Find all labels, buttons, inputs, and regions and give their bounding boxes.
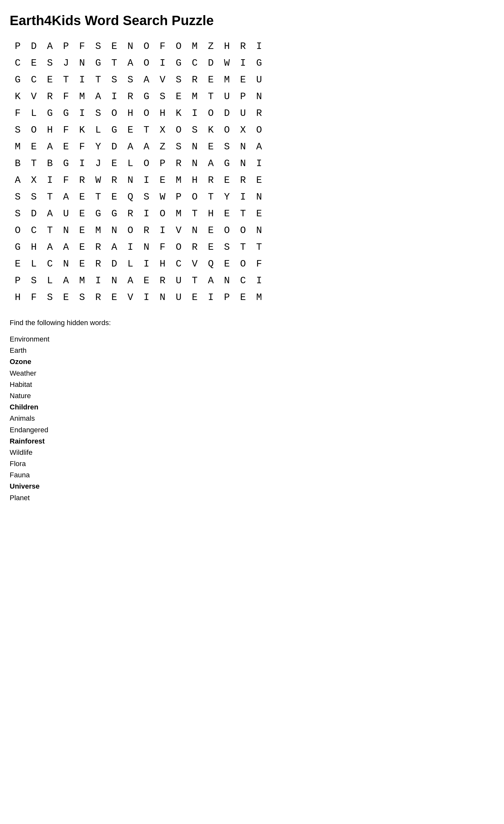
grid-cell: M [90,222,106,239]
grid-cell: R [235,38,251,55]
grid-cell: I [138,289,155,306]
grid-cell: S [42,289,58,306]
grid-cell: G [58,155,74,172]
grid-cell: N [122,172,138,189]
grid-cell: I [187,105,203,122]
grid-cell: T [203,189,219,205]
grid-cell: I [74,155,90,172]
page-title: Earth4Kids Word Search Puzzle [10,13,267,28]
grid-cell: L [90,122,106,138]
list-item: Planet [10,492,267,503]
grid-cell: D [106,138,122,155]
grid-cell: E [138,272,155,289]
grid-cell: E [203,239,219,255]
grid-cell: R [138,222,155,239]
grid-cell: R [74,172,90,189]
grid-cell: S [219,239,235,255]
grid-cell: A [122,272,138,289]
grid-cell: O [171,122,187,138]
grid-cell: W [155,189,171,205]
grid-cell: A [122,138,138,155]
grid-cell: Z [203,38,219,55]
grid-cell: G [219,155,235,172]
grid-cell: N [219,272,235,289]
grid-cell: M [187,88,203,105]
grid-cell: V [26,88,42,105]
grid-cell: S [26,189,42,205]
grid-cell: X [26,172,42,189]
grid-cell: S [42,55,58,72]
grid-cell: E [106,289,122,306]
grid-cell: J [58,55,74,72]
list-item: Fauna [10,469,267,481]
grid-cell: H [155,105,171,122]
grid-cell: F [251,255,267,272]
grid-cell: I [251,272,267,289]
grid-cell: K [74,122,90,138]
grid-cell: N [122,38,138,55]
grid-cell: O [138,155,155,172]
grid-cell: E [26,55,42,72]
grid-cell: A [138,138,155,155]
grid-cell: G [251,55,267,72]
list-item: Wildlife [10,447,267,458]
grid-cell: G [138,88,155,105]
grid-cell: H [219,38,235,55]
grid-cell: E [74,205,90,222]
grid-cell: R [90,239,106,255]
list-item: Weather [10,368,267,379]
grid-cell: I [74,72,90,88]
grid-row: SOHFKLGETXOSKOXO [10,122,267,138]
grid-cell: R [187,72,203,88]
word-grid: PDAPFSENOFOMZHRICESJNGTAOIGCDWIGGCETITSS… [10,38,267,306]
grid-cell: E [74,255,90,272]
grid-cell: I [155,55,171,72]
word-list: EnvironmentEarthOzoneWeatherHabitatNatur… [10,333,267,503]
grid-cell: H [155,255,171,272]
grid-cell: R [106,172,122,189]
list-item: Children [10,401,267,413]
grid-cell: R [90,289,106,306]
grid-cell: M [74,88,90,105]
grid-cell: G [10,239,26,255]
grid-cell: X [235,122,251,138]
grid-cell: Q [203,255,219,272]
grid-cell: C [10,55,26,72]
grid-cell: H [187,172,203,189]
grid-cell: I [122,239,138,255]
grid-cell: P [171,189,187,205]
grid-row: ELCNERDLIHCVQEOF [10,255,267,272]
grid-row: BTBGIJELOPRNAGNI [10,155,267,172]
grid-cell: E [219,172,235,189]
list-item: Universe [10,481,267,492]
list-item: Ozone [10,356,267,367]
grid-cell: P [58,38,74,55]
grid-cell: C [42,255,58,272]
grid-cell: T [90,72,106,88]
grid-row: FLGGISOHOHKIODUR [10,105,267,122]
grid-cell: W [219,55,235,72]
grid-cell: S [10,122,26,138]
grid-cell: E [58,289,74,306]
grid-cell: R [187,239,203,255]
grid-cell: E [203,72,219,88]
grid-cell: E [219,255,235,272]
grid-cell: E [106,189,122,205]
grid-cell: R [235,172,251,189]
grid-cell: C [187,55,203,72]
grid-cell: S [10,189,26,205]
grid-cell: R [122,205,138,222]
grid-cell: E [42,72,58,88]
grid-row: GCETITSSAVSREMEU [10,72,267,88]
grid-cell: M [251,289,267,306]
grid-cell: L [42,272,58,289]
grid-cell: P [235,88,251,105]
grid-cell: V [187,255,203,272]
grid-cell: U [58,205,74,222]
grid-cell: I [251,155,267,172]
grid-cell: S [171,72,187,88]
grid-cell: E [187,289,203,306]
grid-cell: S [187,122,203,138]
grid-cell: T [42,189,58,205]
grid-cell: Z [155,138,171,155]
